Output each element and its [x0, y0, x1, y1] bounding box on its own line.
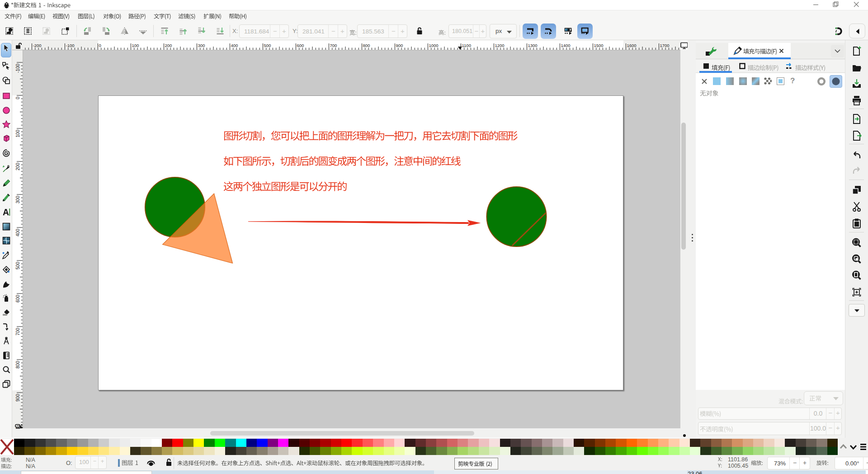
svg-text:900: 900 — [15, 394, 20, 402]
svg-text:700: 700 — [15, 328, 20, 336]
svg-text:0: 0 — [15, 97, 20, 100]
svg-text:400: 400 — [15, 229, 20, 237]
svg-text:100: 100 — [15, 130, 20, 137]
svg-text:300: 300 — [15, 196, 20, 204]
svg-text:200: 200 — [15, 163, 20, 171]
svg-text:800: 800 — [15, 361, 20, 369]
svg-text:-100: -100 — [15, 64, 20, 73]
svg-text:600: 600 — [15, 295, 20, 303]
svg-text:500: 500 — [15, 262, 20, 270]
